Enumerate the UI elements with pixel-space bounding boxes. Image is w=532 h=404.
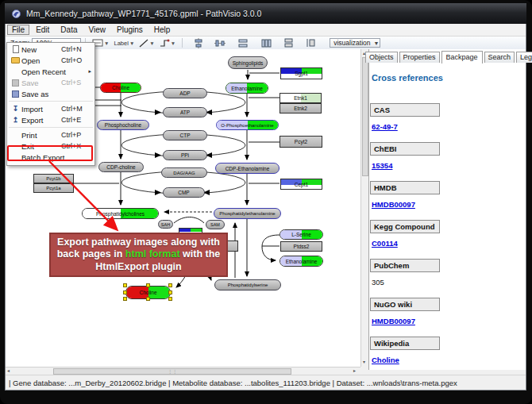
save-icon (10, 79, 21, 87)
node-label: Cept1 (295, 182, 308, 187)
node-label: Etnk1 (294, 95, 307, 101)
pathway-node-ppi[interactable]: PPi (163, 150, 207, 160)
pathway-node-pcyt2[interactable]: Pcyt2 (279, 136, 322, 148)
node-label: Ethanolamine (286, 259, 318, 264)
pathway-node-phosphatidylcholines[interactable]: Phosphatidylcholines (82, 208, 159, 219)
menu-item-label: Open (21, 56, 61, 65)
pathway-node-dag-aag[interactable]: DAG/AAG (161, 167, 207, 178)
menu-item-label: Export (21, 116, 61, 125)
pathway-node-etnk1[interactable]: Etnk1 (279, 93, 322, 103)
node-label: ADP (179, 90, 190, 96)
selection-handle[interactable] (146, 283, 150, 287)
pathway-node-sah[interactable]: SAH (158, 220, 173, 229)
menu-item-label: Open Recent (21, 67, 66, 76)
node-label: DAG/AAG (173, 171, 195, 175)
node-label: Phosphatidylcholines (96, 211, 145, 217)
pathway-node-sgpl1[interactable]: Sgpl1 (280, 67, 322, 79)
pathway-node-etnk2[interactable]: Etnk2 (279, 103, 322, 114)
node-label: Sphingolipids (233, 60, 264, 66)
pathway-node-sphingolipids[interactable]: Sphingolipids (228, 56, 268, 69)
pathway-node-pcyt1b[interactable]: Pcyt1b (33, 174, 74, 183)
node-label: Pcyt2 (295, 139, 307, 144)
menu-item-shortcut: Ctrl+M (61, 105, 91, 113)
pathway-node-o-phosphoethanolamine[interactable]: O-Phosphoethanolamine (216, 120, 279, 130)
node-label: Choline (112, 85, 129, 90)
node-label: Choline (139, 290, 156, 295)
node-label: Ptdss2 (294, 244, 310, 249)
menu-item-label: Exit (21, 142, 61, 151)
no-icon (10, 131, 21, 140)
file-menu-item-import[interactable]: ↧ImportCtrl+M (7, 103, 94, 114)
pathway-node-phosphatidylserine[interactable]: Phosphatidylserine (214, 279, 281, 290)
menu-item-shortcut: Ctrl+N (61, 45, 91, 53)
pathway-node-ptdss2[interactable]: Ptdss2 (280, 241, 322, 252)
pathway-node-choline-top[interactable]: Choline (100, 83, 141, 93)
node-label: CMP (178, 190, 189, 195)
node-label: ATP (180, 110, 190, 115)
pathway-node-pcyt1a[interactable]: Pcyt1a (33, 183, 74, 193)
file-menu-item-exit[interactable]: ExitCtrl+X (7, 140, 94, 152)
node-label: Pcyt1a (46, 186, 60, 190)
file-menu-item-batch-export[interactable]: Batch Export (7, 152, 94, 163)
file-menu-item-save[interactable]: SaveCtrl+S (7, 77, 94, 88)
file-menu-item-open[interactable]: OpenCtrl+O (7, 55, 94, 66)
selection-handle[interactable] (123, 283, 127, 287)
open-icon (10, 56, 21, 65)
file-menu-item-print[interactable]: PrintCtrl+P (7, 129, 94, 140)
pathway-node-l-serine[interactable]: L-Serine (279, 229, 323, 240)
menu-item-label: Batch Export (21, 153, 64, 162)
pathway-node-cmp[interactable]: CMP (163, 187, 205, 198)
node-label: Ethanolamine (231, 86, 263, 91)
menu-item-label: Import (21, 105, 61, 114)
selection-handle[interactable] (168, 283, 172, 287)
screenshot-frame: Mm_Kennedy_pathway_WP1771_45176.gpml - P… (0, 0, 532, 404)
node-label: Phosphatidylserine (228, 283, 268, 287)
import-icon: ↧ (10, 105, 21, 114)
no-icon (10, 142, 21, 151)
menu-item-shortcut: Ctrl+X (61, 142, 91, 150)
selection-handle[interactable] (146, 297, 150, 301)
selection-handle[interactable] (168, 290, 172, 294)
no-icon (10, 67, 21, 76)
pathway-node-cdp-choline[interactable]: CDP-choline (98, 162, 144, 172)
no-icon (10, 153, 21, 162)
menu-item-shortcut: Ctrl+P (61, 131, 91, 139)
selection-handle[interactable] (168, 297, 172, 301)
menu-item-label: Save as (21, 90, 61, 98)
file-menu-dropdown: NewCtrl+NOpenCtrl+OOpen Recent▸SaveCtrl+… (6, 42, 95, 166)
menu-item-shortcut: Ctrl+O (61, 56, 91, 64)
node-label: SAH (161, 222, 170, 227)
pathway-node-atp[interactable]: ATP (163, 107, 207, 117)
node-label: CTP (180, 133, 191, 138)
menu-item-shortcut: Ctrl+E (61, 116, 91, 124)
file-menu-item-save-as[interactable]: Save as (7, 88, 94, 99)
menu-separator (9, 101, 93, 102)
node-label: O-Phosphoethanolamine (221, 123, 273, 128)
pathway-node-cdp-ethanolamine[interactable]: CDP-Ethanolamine (215, 163, 279, 174)
selection-handle[interactable] (123, 297, 127, 301)
node-label: Pcyt1b (46, 176, 60, 181)
menu-item-label: Save (21, 79, 61, 87)
node-label: Phosphatidylethanolamine (219, 211, 275, 216)
selection-handle[interactable] (123, 290, 127, 294)
pathway-node-sam[interactable]: SAM (206, 220, 225, 229)
file-menu-item-open-recent[interactable]: Open Recent▸ (7, 66, 94, 77)
pathway-node-adp[interactable]: ADP (163, 88, 207, 98)
node-label: Sgpl1 (295, 71, 308, 76)
annotation-callout: Export pathway images along with back pa… (49, 233, 228, 277)
submenu-arrow-icon: ▸ (66, 68, 91, 75)
pathway-node-ctp[interactable]: CTP (163, 130, 207, 140)
pathway-node-phosphocholine[interactable]: Phosphocholine (97, 120, 149, 130)
pathway-node-cept1[interactable]: Cept1 (280, 179, 322, 190)
pathway-node-phosphatidylethanolamine[interactable]: Phosphatidylethanolamine (214, 208, 281, 219)
callout-highlight-text: html format (125, 248, 180, 260)
node-label: L-Serine (291, 232, 311, 237)
file-menu-item-export[interactable]: ↥ExportCtrl+E (7, 114, 94, 125)
expression-strip (179, 229, 202, 232)
pathway-node-ethanolamine-bottom[interactable]: Ethanolamine (279, 256, 323, 267)
node-label: SAM (210, 222, 220, 227)
menu-item-label: Print (21, 131, 61, 140)
pathway-node-ethanolamine-top[interactable]: Ethanolamine (226, 83, 268, 94)
file-menu-item-new[interactable]: NewCtrl+N (7, 44, 94, 55)
node-label: Phosphocholine (105, 122, 141, 128)
